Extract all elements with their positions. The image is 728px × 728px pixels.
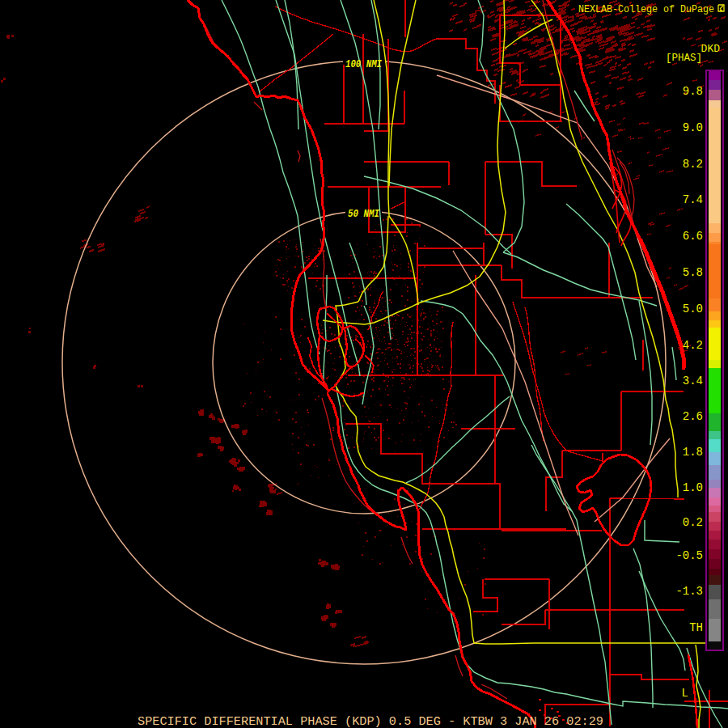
svg-text:L: L (682, 687, 688, 700)
svg-text:1.8: 1.8 (683, 446, 703, 459)
svg-text:-0.5: -0.5 (675, 549, 703, 562)
svg-text:8.2: 8.2 (683, 158, 703, 171)
svg-text:5.0: 5.0 (683, 303, 703, 315)
svg-text:TH: TH (689, 621, 703, 634)
svg-text:DKD: DKD (701, 43, 721, 55)
svg-text:1.0: 1.0 (683, 481, 703, 494)
svg-text:7.4: 7.4 (683, 193, 703, 206)
svg-text:NEXLAB-College of DuPage: NEXLAB-College of DuPage (578, 4, 714, 15)
svg-text:[PHAS]: [PHAS] (666, 53, 702, 64)
svg-text:-1.3: -1.3 (675, 585, 703, 598)
svg-text:2.6: 2.6 (683, 410, 703, 423)
svg-text:9.8: 9.8 (683, 85, 703, 98)
svg-text:4.2: 4.2 (683, 339, 703, 352)
svg-text:3.4: 3.4 (683, 375, 703, 387)
svg-text:5.8: 5.8 (683, 266, 703, 279)
svg-text:9.0: 9.0 (683, 121, 703, 134)
svg-text:6.6: 6.6 (683, 230, 703, 243)
svg-text:100 NMI: 100 NMI (345, 59, 382, 70)
svg-text:50 NMI: 50 NMI (348, 209, 379, 220)
svg-text:SPECIFIC DIFFERENTIAL PHASE (K: SPECIFIC DIFFERENTIAL PHASE (KDP) 0.5 DE… (138, 714, 603, 728)
svg-text:0.2: 0.2 (683, 516, 703, 529)
